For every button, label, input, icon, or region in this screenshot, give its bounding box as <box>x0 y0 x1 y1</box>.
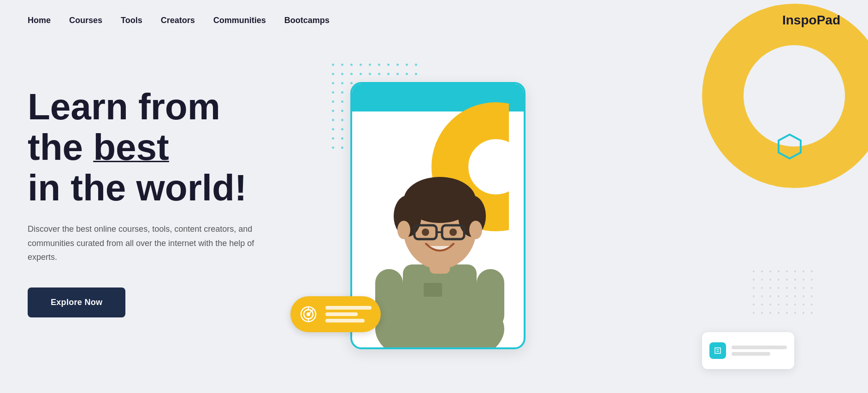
dot <box>332 119 334 121</box>
dot <box>332 128 334 130</box>
target-line-3 <box>325 319 365 323</box>
dot <box>396 64 399 66</box>
dot-gray <box>753 312 755 314</box>
dot-gray <box>811 295 813 297</box>
svg-rect-15 <box>477 269 504 329</box>
dot <box>341 119 343 121</box>
dot <box>341 73 343 75</box>
dot <box>341 91 343 94</box>
dot <box>341 147 343 149</box>
right-decorations <box>702 59 840 387</box>
dot-gray <box>786 312 788 314</box>
dot-gray <box>786 270 788 272</box>
dot-gray <box>778 312 779 314</box>
dot-gray <box>761 287 763 289</box>
dot <box>341 100 343 103</box>
dot <box>387 64 390 66</box>
dot <box>341 82 343 84</box>
dot <box>369 73 371 75</box>
bottom-card <box>702 332 794 369</box>
dot <box>332 100 334 103</box>
hero-description: Discover the best online courses, tools,… <box>28 222 258 264</box>
target-line-2 <box>325 312 358 316</box>
bottom-card-line-2 <box>732 352 770 356</box>
dot-gray <box>803 312 804 314</box>
dot <box>350 64 353 66</box>
dot <box>341 137 343 140</box>
dot-gray <box>769 295 771 297</box>
nav-links: Home Courses Tools Creators Communities … <box>28 16 330 25</box>
dot-gray <box>761 279 763 281</box>
dot-gray <box>786 304 788 305</box>
nav-item-home[interactable]: Home <box>28 16 51 25</box>
hexagon-icon <box>776 133 803 162</box>
target-icon <box>297 303 320 326</box>
person-svg <box>361 135 518 347</box>
target-line-1 <box>325 306 372 310</box>
dot-gray <box>778 304 779 305</box>
dot-gray <box>811 304 813 305</box>
dot <box>387 73 390 75</box>
dot <box>360 64 362 66</box>
dot <box>332 110 334 112</box>
logo-text: Inspo <box>782 13 817 27</box>
dot-gray <box>811 287 813 289</box>
dot-gray <box>778 270 779 272</box>
nav-link-creators[interactable]: Creators <box>161 16 195 25</box>
nav-link-home[interactable]: Home <box>28 16 51 25</box>
dot-gray <box>761 270 763 272</box>
nav-link-courses[interactable]: Courses <box>69 16 102 25</box>
svg-point-10 <box>422 229 429 236</box>
dot <box>332 82 334 84</box>
dot-gray <box>803 287 804 289</box>
dot-gray <box>803 295 804 297</box>
svg-point-11 <box>449 229 457 236</box>
dot-gray <box>811 279 813 281</box>
dot-gray <box>769 287 771 289</box>
dot-gray <box>769 312 771 314</box>
hero-section: Learn from the best in the world! Discov… <box>0 41 868 387</box>
dot <box>396 73 399 75</box>
svg-marker-24 <box>779 135 801 158</box>
dot <box>350 73 353 75</box>
dot <box>332 137 334 140</box>
dot-gray <box>778 279 779 281</box>
dot <box>332 64 334 66</box>
hero-title-line3: in the world! <box>28 167 247 208</box>
dots-pattern-right <box>753 270 817 318</box>
dot-gray <box>811 312 813 314</box>
dot-gray <box>769 270 771 272</box>
explore-now-button[interactable]: Explore Now <box>28 287 125 317</box>
dot <box>341 64 343 66</box>
dot-gray <box>753 295 755 297</box>
svg-point-12 <box>397 221 410 239</box>
nav-link-tools[interactable]: Tools <box>121 16 142 25</box>
dot <box>332 147 334 149</box>
dot-gray <box>753 270 755 272</box>
dot-gray <box>769 304 771 305</box>
hero-title-line2: the best <box>28 127 169 168</box>
svg-rect-16 <box>424 283 442 297</box>
nav-item-bootcamps[interactable]: Bootcamps <box>284 16 330 25</box>
nav-item-courses[interactable]: Courses <box>69 16 102 25</box>
nav-link-communities[interactable]: Communities <box>213 16 266 25</box>
nav-item-creators[interactable]: Creators <box>161 16 195 25</box>
dot-gray <box>778 287 779 289</box>
dot-gray <box>761 304 763 305</box>
dot <box>378 73 380 75</box>
dot <box>406 73 408 75</box>
nav-link-bootcamps[interactable]: Bootcamps <box>284 16 330 25</box>
dot-gray <box>794 270 796 272</box>
nav-item-communities[interactable]: Communities <box>213 16 266 25</box>
target-lines <box>325 306 372 323</box>
hero-title-line1: Learn from <box>28 86 220 127</box>
dot <box>360 73 362 75</box>
dot-gray <box>753 279 755 281</box>
dot-gray <box>786 287 788 289</box>
hero-content: Learn from the best in the world! Discov… <box>28 59 258 317</box>
dot-gray <box>778 295 779 297</box>
nav-item-tools[interactable]: Tools <box>121 16 142 25</box>
hero-title-best: best <box>93 127 169 168</box>
dot-gray <box>794 295 796 297</box>
dot <box>341 128 343 130</box>
